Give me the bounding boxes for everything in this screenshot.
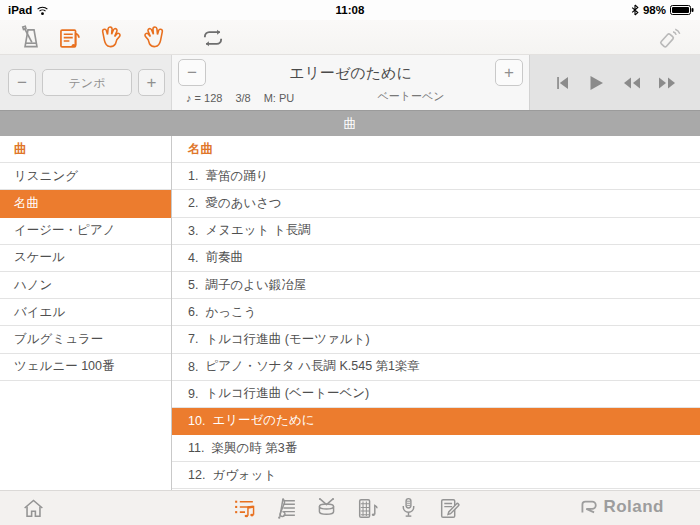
sidebar-item[interactable]: 名曲 xyxy=(0,190,171,217)
song-list-item[interactable]: 11.楽興の時 第3番 xyxy=(172,435,700,462)
play-icon[interactable] xyxy=(587,74,605,92)
tempo-minus-button[interactable]: − xyxy=(8,69,36,96)
song-composer: ベートーベン xyxy=(377,89,444,104)
tempo-plus-button[interactable]: + xyxy=(138,69,165,96)
song-title-text: ピアノ・ソナタ ハ長調 K.545 第1楽章 xyxy=(205,358,420,375)
sidebar-item[interactable]: リスニング xyxy=(0,163,171,190)
score-icon[interactable] xyxy=(272,495,298,521)
song-number: 12. xyxy=(188,468,205,482)
song-title: エリーゼのために xyxy=(212,64,489,83)
left-hand-icon[interactable] xyxy=(97,24,125,52)
song-list-icon[interactable] xyxy=(231,495,257,521)
song-number: 7. xyxy=(188,332,198,346)
song-next-button[interactable]: + xyxy=(495,59,523,86)
app-screen: iPad 11:08 98% xyxy=(0,0,700,525)
song-title-text: 愛のあいさつ xyxy=(205,195,281,212)
song-number: 1. xyxy=(188,169,198,183)
category-label: ブルグミュラー xyxy=(14,331,103,348)
song-list-pane: 名曲 1.葦笛の踊り2.愛のあいさつ3.メヌエット ト長調4.前奏曲5.調子のよ… xyxy=(172,136,700,490)
song-number: 10. xyxy=(188,414,205,428)
clock: 11:08 xyxy=(0,4,700,16)
song-title-text: ガヴォット xyxy=(212,467,276,484)
sidebar-item[interactable]: ツェルニー 100番 xyxy=(0,354,171,381)
content: 曲 リスニング名曲イージー・ピアノスケールハノンバイエルブルグミュラーツェルニー… xyxy=(0,136,700,490)
control-row: − テンポ + − エリーゼのために ♪ = 128 3/8 M: PU ベート… xyxy=(0,55,700,110)
song-header-panel: − エリーゼのために ♪ = 128 3/8 M: PU ベートーベン + xyxy=(172,55,530,110)
song-number: 11. xyxy=(188,441,204,455)
section-title-bar: 曲 xyxy=(0,110,700,136)
wireless-device-icon[interactable] xyxy=(655,24,683,52)
category-label: バイエル xyxy=(14,304,65,321)
song-number: 2. xyxy=(188,196,198,210)
sidebar-item[interactable]: バイエル xyxy=(0,299,171,326)
home-icon[interactable] xyxy=(20,495,46,521)
song-title-text: トルコ行進曲 (ベートーベン) xyxy=(205,385,369,402)
sidebar-item[interactable]: ハノン xyxy=(0,272,171,299)
song-title-text: メヌエット ト長調 xyxy=(205,222,310,239)
status-bar: iPad 11:08 98% xyxy=(0,0,700,20)
song-number: 6. xyxy=(188,305,198,319)
top-toolbar xyxy=(0,20,700,55)
skip-start-icon[interactable] xyxy=(554,75,570,91)
song-title-text: かっこう xyxy=(205,304,256,321)
song-list-item[interactable]: 8.ピアノ・ソナタ ハ長調 K.545 第1楽章 xyxy=(172,354,700,381)
category-label: ハノン xyxy=(14,277,52,294)
song-list-item[interactable]: 3.メヌエット ト長調 xyxy=(172,218,700,245)
sidebar-header: 曲 xyxy=(0,136,171,163)
category-label: リスニング xyxy=(14,168,78,185)
category-label: スケール xyxy=(14,249,65,266)
song-number: 8. xyxy=(188,360,198,374)
song-list-item[interactable]: 12.ガヴォット xyxy=(172,462,700,489)
song-title-text: トルコ行進曲 (モーツァルト) xyxy=(205,331,369,348)
score-note-icon[interactable] xyxy=(56,24,84,52)
note-tempo-value: ♪ = 128 xyxy=(186,92,222,104)
song-list-item[interactable]: 4.前奏曲 xyxy=(172,245,700,272)
bottom-toolbar: Roland xyxy=(0,490,700,525)
right-hand-icon[interactable] xyxy=(139,24,167,52)
roland-logo: Roland xyxy=(579,497,664,517)
song-list-item[interactable]: 1.葦笛の踊り xyxy=(172,163,700,190)
battery-percent: 98% xyxy=(643,4,666,16)
bluetooth-icon xyxy=(631,4,639,16)
tempo-button[interactable]: テンポ xyxy=(42,69,132,96)
keyboard-note-icon[interactable] xyxy=(354,495,380,521)
microphone-icon[interactable] xyxy=(395,495,421,521)
transport-panel xyxy=(530,55,700,110)
sidebar-item[interactable]: スケール xyxy=(0,245,171,272)
battery-icon xyxy=(670,5,694,15)
song-list-item[interactable]: 9.トルコ行進曲 (ベートーベン) xyxy=(172,381,700,408)
song-number: 9. xyxy=(188,387,198,401)
song-number: 3. xyxy=(188,224,198,238)
drum-icon[interactable] xyxy=(313,495,339,521)
song-number: 4. xyxy=(188,251,198,265)
section-title: 曲 xyxy=(344,115,357,133)
song-info: ♪ = 128 3/8 M: PU xyxy=(186,92,294,104)
category-sidebar: 曲 リスニング名曲イージー・ピアノスケールハノンバイエルブルグミュラーツェルニー… xyxy=(0,136,172,490)
song-list-item[interactable]: 6.かっこう xyxy=(172,299,700,326)
song-list-item[interactable]: 2.愛のあいさつ xyxy=(172,190,700,217)
metronome-icon[interactable] xyxy=(17,24,45,52)
category-label: イージー・ピアノ xyxy=(14,222,115,239)
song-list-item[interactable]: 7.トルコ行進曲 (モーツァルト) xyxy=(172,326,700,353)
sidebar-item[interactable]: イージー・ピアノ xyxy=(0,218,171,245)
rewind-icon[interactable] xyxy=(622,76,641,90)
song-number: 5. xyxy=(188,278,198,292)
time-signature: 3/8 xyxy=(235,92,250,104)
sidebar-item[interactable]: ブルグミュラー xyxy=(0,326,171,353)
song-title-text: 前奏曲 xyxy=(205,249,243,266)
memo-icon[interactable] xyxy=(436,495,462,521)
song-list-item[interactable]: 5.調子のよい鍛冶屋 xyxy=(172,272,700,299)
measure-indicator: M: PU xyxy=(264,92,295,104)
song-title-text: 葦笛の踊り xyxy=(205,168,268,185)
brand-name: Roland xyxy=(603,497,664,517)
song-title-text: エリーゼのために xyxy=(212,412,314,429)
fast-forward-icon[interactable] xyxy=(658,76,677,90)
tempo-panel: − テンポ + xyxy=(0,55,172,110)
song-list-item[interactable]: 10.エリーゼのために xyxy=(172,408,700,435)
song-title-text: 調子のよい鍛冶屋 xyxy=(205,277,306,294)
song-title-text: 楽興の時 第3番 xyxy=(211,440,297,457)
song-prev-button[interactable]: − xyxy=(178,59,206,86)
repeat-icon[interactable] xyxy=(199,24,227,52)
song-list-header: 名曲 xyxy=(172,136,700,163)
category-label: ツェルニー 100番 xyxy=(14,358,115,375)
